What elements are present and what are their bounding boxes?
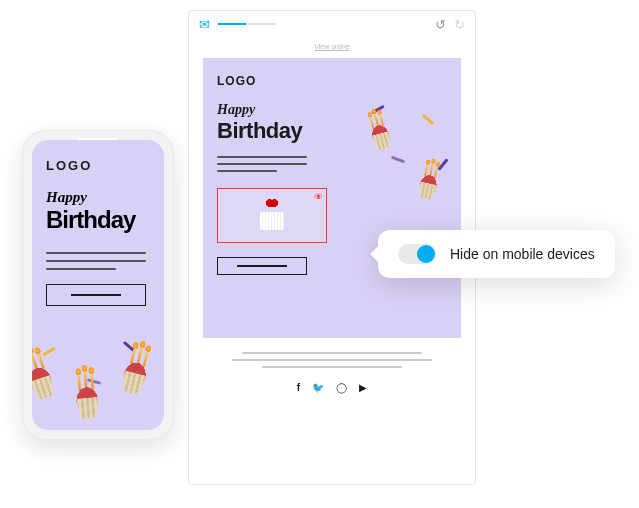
mobile-preview: LOGO Happy Birthday <box>22 130 174 440</box>
progress-bar <box>218 23 276 25</box>
phone-screen: LOGO Happy Birthday <box>32 140 164 430</box>
selected-gift-block[interactable]: 👁 <box>217 188 327 243</box>
cta-button <box>46 284 146 306</box>
headline-line2: Birthday <box>46 206 150 234</box>
cupcake-decoration <box>361 103 461 233</box>
tooltip-label: Hide on mobile devices <box>450 246 595 262</box>
footer-placeholder <box>203 352 461 368</box>
cta-button[interactable] <box>217 257 307 275</box>
twitter-icon[interactable]: 🐦 <box>312 382 324 393</box>
hide-mobile-tooltip: Hide on mobile devices <box>378 230 615 278</box>
body-placeholder <box>46 252 150 270</box>
facebook-icon[interactable]: f <box>297 382 300 393</box>
email-canvas[interactable]: LOGO Happy Birthday <box>203 58 461 338</box>
undo-button[interactable]: ↺ <box>435 17 446 32</box>
toggle-knob <box>417 245 435 263</box>
editor-toolbar: ✉ ↺ ↻ <box>189 11 475 37</box>
eye-slash-icon: 👁 <box>314 192 323 202</box>
gift-icon <box>258 202 286 230</box>
instagram-icon[interactable]: ◯ <box>336 382 347 393</box>
view-online-link[interactable]: View online <box>189 37 475 58</box>
mail-icon: ✉ <box>199 17 210 32</box>
hide-mobile-toggle[interactable] <box>398 244 436 264</box>
social-icons: f 🐦 ◯ ▶ <box>189 382 475 393</box>
redo-button[interactable]: ↻ <box>454 17 465 32</box>
logo-text: LOGO <box>217 74 447 88</box>
cupcake-decoration <box>32 340 164 430</box>
headline-line1: Happy <box>46 189 150 206</box>
youtube-icon[interactable]: ▶ <box>359 382 367 393</box>
logo-text: LOGO <box>46 158 150 173</box>
